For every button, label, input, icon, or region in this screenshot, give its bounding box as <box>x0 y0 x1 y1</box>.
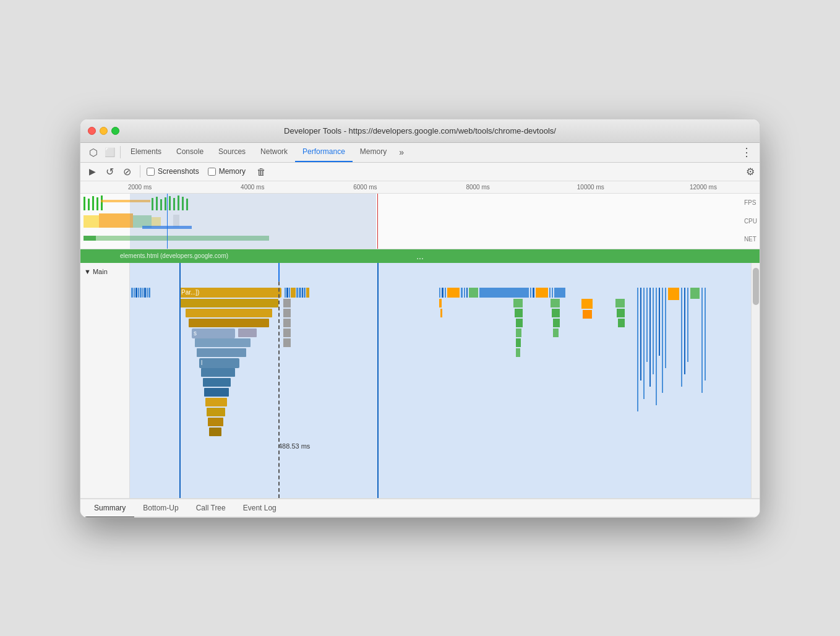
flame-row11[interactable] <box>204 388 229 397</box>
devtools-window: Developer Tools - https://developers.goo… <box>80 119 760 518</box>
bottom-tabs: Summary Bottom-Up Call Tree Event Log <box>80 499 760 517</box>
memory-checkbox-label[interactable]: Memory <box>208 167 246 176</box>
flame-chart: ▼ Main <box>80 263 760 498</box>
svg-rect-3 <box>96 197 98 210</box>
tab-summary[interactable]: Summary <box>85 499 134 518</box>
flame-row2-b[interactable] <box>283 299 291 307</box>
lane-labels: FPS CPU NET <box>744 194 757 248</box>
svg-rect-15 <box>84 215 99 228</box>
maximize-button[interactable] <box>111 127 119 135</box>
cpu-label: CPU <box>744 212 757 231</box>
tab-elements[interactable]: Elements <box>123 142 169 162</box>
memory-checkbox[interactable] <box>208 168 216 176</box>
r-green-c2 <box>617 309 625 317</box>
flame-row3-b[interactable] <box>283 309 291 317</box>
r-green-b4 <box>553 329 559 337</box>
network-url: elements.html (developers.google.com) <box>120 252 228 259</box>
r-green1 <box>513 299 523 307</box>
flame-row6[interactable] <box>195 338 251 347</box>
flame-s3[interactable] <box>283 329 291 337</box>
flame-left-label: ▼ Main <box>80 263 130 498</box>
flame-row3-a[interactable] <box>186 309 272 317</box>
ruler-marks: 2000 ms 4000 ms 6000 ms 8000 ms 10000 ms… <box>80 184 760 191</box>
flame-row7[interactable] <box>197 348 246 357</box>
timeline-lanes[interactable]: FPS CPU NET <box>80 194 760 249</box>
trash-icon[interactable]: 🗑 <box>254 165 268 178</box>
nav-tabs: ⬡ ⬜ Elements Console Sources Network Per… <box>80 143 760 163</box>
flame-row9[interactable] <box>201 368 235 377</box>
nav-separator <box>120 146 121 158</box>
tab-event-log[interactable]: Event Log <box>234 499 285 518</box>
flame-row4-b[interactable] <box>283 319 291 327</box>
more-tabs-button[interactable]: » <box>394 145 409 160</box>
tab-sources[interactable]: Sources <box>211 142 253 162</box>
reload-button[interactable]: ↺ <box>103 165 116 178</box>
flame-s-bar[interactable]: s <box>192 329 235 338</box>
minimize-button[interactable] <box>100 127 108 135</box>
flame-scrollbar[interactable] <box>751 263 760 498</box>
screenshots-checkbox-label[interactable]: Screenshots <box>147 167 199 176</box>
timeline-overview[interactable]: 2000 ms 4000 ms 6000 ms 8000 ms 10000 ms… <box>80 181 760 249</box>
flame-row10[interactable] <box>203 378 231 387</box>
flame-area[interactable]: ▼ Main <box>80 263 760 499</box>
toolbar-sep <box>140 165 140 178</box>
record-button[interactable]: ▶ <box>85 165 99 178</box>
flame-row14[interactable] <box>208 418 223 426</box>
settings-icon[interactable]: ⚙ <box>746 166 755 178</box>
svg-rect-2 <box>92 196 94 210</box>
svg-rect-1 <box>88 199 90 210</box>
tab-call-tree[interactable]: Call Tree <box>187 499 234 518</box>
dashed-line <box>278 263 280 498</box>
flame-l-bar[interactable]: l <box>199 358 239 368</box>
net-label: NET <box>744 231 757 248</box>
flame-row6-b[interactable] <box>283 338 291 347</box>
screenshots-checkbox[interactable] <box>147 168 155 176</box>
r-green6 <box>516 348 520 357</box>
tab-console[interactable]: Console <box>169 142 211 162</box>
ruler-mark-4000: 4000 ms <box>196 184 309 191</box>
flame-main[interactable]: Par...]) <box>130 263 751 498</box>
ruler-mark-8000: 8000 ms <box>422 184 534 191</box>
time-label: 488.53 ms <box>278 442 310 450</box>
selection-right <box>377 263 379 498</box>
tab-network[interactable]: Network <box>253 142 295 162</box>
flame-row15[interactable] <box>209 428 221 436</box>
flame-par-bar[interactable]: Par...]) <box>179 288 281 298</box>
r-green5 <box>516 338 521 347</box>
zoom-ruler[interactable]: elements.html (developers.google.com) 20… <box>80 249 760 263</box>
timeline-ruler: 2000 ms 4000 ms 6000 ms 8000 ms 10000 ms… <box>80 181 760 194</box>
tab-memory[interactable]: Memory <box>353 142 394 162</box>
device-icon[interactable]: ⬜ <box>101 144 118 160</box>
ruler-mark-2000: 2000 ms <box>84 184 196 191</box>
r-green-b1 <box>551 299 560 307</box>
main-section-label: ▼ Main <box>84 268 126 275</box>
devtools-menu-button[interactable]: ⋮ <box>739 144 755 160</box>
ellipsis-label: ... <box>416 251 424 261</box>
r-orange1 <box>581 299 593 309</box>
traffic-lights <box>88 127 119 135</box>
r-bar2 <box>440 309 442 317</box>
small-bars-mid <box>285 288 371 298</box>
devtools-toolbar: ▶ ↺ ⊘ Screenshots Memory 🗑 ⚙ <box>80 163 760 181</box>
r-bar1 <box>439 299 442 307</box>
flame-row13[interactable] <box>207 408 225 416</box>
r-green-c3 <box>618 319 625 327</box>
close-button[interactable] <box>88 127 96 135</box>
cursor-icon[interactable]: ⬡ <box>85 144 101 160</box>
flame-s2[interactable] <box>238 329 257 337</box>
r-green-c1 <box>615 299 625 307</box>
top-marker <box>278 263 280 281</box>
flame-row4[interactable] <box>189 319 269 327</box>
playhead-red <box>377 194 378 249</box>
tab-bottom-up[interactable]: Bottom-Up <box>134 499 187 518</box>
flame-row2-a[interactable] <box>179 299 278 307</box>
clear-button[interactable]: ⊘ <box>120 165 134 178</box>
tab-performance[interactable]: Performance <box>295 142 353 162</box>
ruler-mark-12000: 12000 ms <box>647 184 760 191</box>
selection-left <box>179 263 181 498</box>
svg-rect-23 <box>84 236 96 241</box>
flame-row12[interactable] <box>205 398 227 406</box>
scrollbar-thumb[interactable] <box>753 268 759 305</box>
r-green4 <box>516 329 521 337</box>
r-green-b2 <box>552 309 560 317</box>
